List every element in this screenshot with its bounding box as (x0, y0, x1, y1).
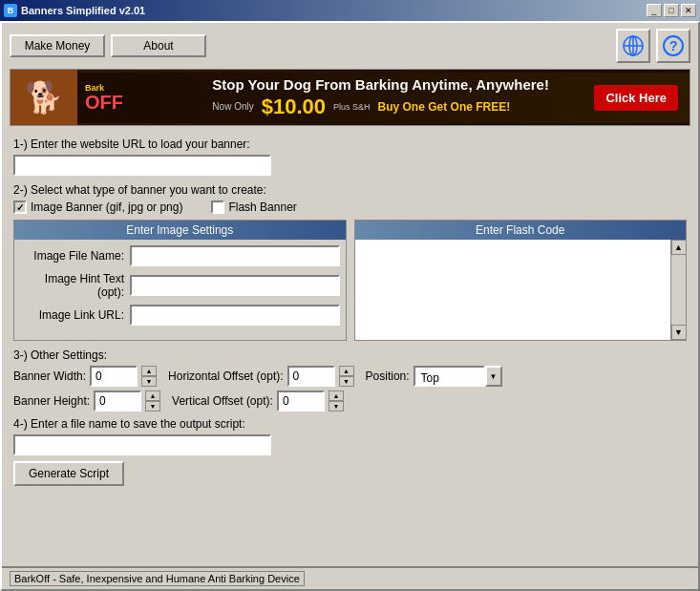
flash-banner-label: Flash Banner (228, 201, 296, 214)
flash-code-input[interactable] (355, 240, 671, 340)
banner-cta[interactable]: Click Here (594, 85, 678, 111)
image-settings-panel: Enter Image Settings Image File Name: Im… (13, 220, 347, 341)
banner-width-input[interactable] (90, 366, 138, 387)
about-button[interactable]: About (111, 34, 206, 57)
url-input[interactable] (13, 155, 271, 176)
banner-height-spinners: ▲ ▼ (145, 390, 160, 412)
v-offset-down[interactable]: ▼ (329, 401, 344, 412)
banner-width-spinners: ▲ ▼ (141, 366, 157, 387)
step1-label: 1-) Enter the website URL to load your b… (13, 137, 687, 151)
toolbar-right: ? (616, 29, 690, 63)
position-display[interactable]: Top (414, 366, 485, 387)
flash-settings-panel: Enter Flash Code ▲ ▼ (354, 220, 688, 341)
file-name-input[interactable] (130, 245, 340, 266)
scroll-up-button[interactable]: ▲ (671, 240, 687, 255)
hint-row: Image Hint Text (opt): (20, 272, 340, 299)
app-icon: B (4, 4, 17, 17)
content-area: 1-) Enter the website URL to load your b… (2, 134, 698, 566)
h-offset-up[interactable]: ▲ (339, 366, 354, 376)
image-banner-label: Image Banner (gif, jpg or png) (31, 201, 182, 214)
flash-banner-checkbox[interactable] (211, 201, 224, 214)
close-button[interactable]: ✕ (681, 4, 696, 17)
minimize-button[interactable]: _ (647, 4, 662, 17)
file-name-label: Image File Name: (20, 249, 130, 263)
link-row: Image Link URL: (20, 305, 340, 326)
banner-height-up[interactable]: ▲ (145, 390, 160, 401)
help-button[interactable]: ? (656, 29, 690, 63)
step4-label: 4-) Enter a file name to save the output… (13, 417, 687, 431)
v-offset-label: Vertical Offset (opt): (172, 394, 273, 408)
banner-ad[interactable]: 🐕 Bark OFF Stop Your Dog From Barking An… (10, 69, 690, 126)
maximize-button[interactable]: □ (664, 4, 679, 17)
h-offset-group: Horizontal Offset (opt): ▲ ▼ (168, 366, 354, 387)
banner-price-prefix: Now Only (212, 101, 253, 112)
step1-section: 1-) Enter the website URL to load your b… (13, 137, 687, 183)
window-controls: _ □ ✕ (647, 4, 696, 17)
image-banner-checkbox-label[interactable]: Image Banner (gif, jpg or png) (13, 201, 182, 214)
title-bar: B Banners Simplified v2.01 _ □ ✕ (0, 0, 700, 21)
file-name-output-input[interactable] (13, 434, 271, 455)
status-text: BarkOff - Safe, Inexpensive and Humane A… (10, 571, 305, 586)
toolbar-left: Make Money About (10, 34, 206, 57)
settings-row-1: Banner Width: ▲ ▼ Horizontal Offset (opt… (13, 366, 687, 387)
h-offset-down[interactable]: ▼ (339, 376, 354, 387)
position-label: Position: (366, 369, 410, 383)
help-icon: ? (662, 34, 685, 57)
banner-tagline: Stop Your Dog From Barking Anytime, Anyw… (212, 76, 594, 93)
position-dropdown-button[interactable]: ▼ (485, 366, 502, 387)
v-offset-spinners: ▲ ▼ (329, 390, 344, 412)
banner-price-suffix: Plus S&H (333, 102, 371, 112)
banner-deal: Buy One Get One FREE! (378, 100, 511, 114)
status-bar: BarkOff - Safe, Inexpensive and Humane A… (2, 566, 698, 589)
step3-section: 3-) Other Settings: Banner Width: ▲ ▼ Ho… (13, 348, 687, 412)
generate-script-button[interactable]: Generate Script (13, 461, 124, 486)
banner-height-input[interactable] (94, 390, 141, 412)
v-offset-group: Vertical Offset (opt): ▲ ▼ (172, 390, 344, 412)
flash-panel-body: ▲ ▼ (355, 240, 687, 340)
banner-width-down[interactable]: ▼ (141, 376, 157, 387)
hint-label: Image Hint Text (opt): (20, 272, 130, 299)
v-offset-input[interactable] (277, 390, 325, 412)
title-bar-left: B Banners Simplified v2.01 (4, 4, 145, 17)
banner-width-group: Banner Width: ▲ ▼ (13, 366, 157, 387)
position-group: Position: Top ▼ (366, 366, 502, 387)
globe-button[interactable] (616, 29, 650, 63)
banner-price: $10.00 (262, 95, 326, 119)
banner-height-down[interactable]: ▼ (145, 401, 160, 412)
settings-row-2: Banner Height: ▲ ▼ Vertical Offset (opt)… (13, 390, 687, 412)
h-offset-label: Horizontal Offset (opt): (168, 369, 284, 383)
step4-section: 4-) Enter a file name to save the output… (13, 417, 687, 486)
toolbar: Make Money About ? (2, 23, 698, 69)
link-label: Image Link URL: (20, 308, 130, 322)
file-name-row: Image File Name: (20, 245, 340, 266)
settings-panels: Enter Image Settings Image File Name: Im… (13, 220, 687, 341)
image-panel-body: Image File Name: Image Hint Text (opt): … (14, 240, 346, 337)
scroll-down-button[interactable]: ▼ (671, 325, 687, 340)
image-banner-checkbox[interactable] (13, 201, 27, 214)
h-offset-spinners: ▲ ▼ (339, 366, 354, 387)
banner-logo: 🐕 (11, 70, 77, 125)
main-window: Make Money About ? � (0, 21, 700, 591)
hint-input[interactable] (130, 275, 340, 296)
banner-width-up[interactable]: ▲ (141, 366, 157, 376)
banner-content: 🐕 Bark OFF Stop Your Dog From Barking An… (11, 70, 689, 125)
flash-banner-checkbox-label[interactable]: Flash Banner (211, 201, 296, 214)
window-title: Banners Simplified v2.01 (21, 5, 145, 16)
step3-label: 3-) Other Settings: (13, 348, 687, 362)
globe-icon (622, 34, 645, 57)
banner-height-label: Banner Height: (13, 394, 90, 408)
svg-text:?: ? (669, 38, 678, 53)
make-money-button[interactable]: Make Money (10, 34, 105, 57)
image-panel-header: Enter Image Settings (14, 221, 346, 240)
banner-type-row: Image Banner (gif, jpg or png) Flash Ban… (13, 201, 687, 214)
banner-height-group: Banner Height: ▲ ▼ (13, 390, 160, 412)
flash-panel-header: Enter Flash Code (355, 221, 687, 240)
banner-width-label: Banner Width: (13, 369, 86, 383)
link-input[interactable] (130, 305, 340, 326)
h-offset-input[interactable] (287, 366, 335, 387)
step2-section: 2-) Select what type of banner you want … (13, 183, 687, 214)
v-offset-up[interactable]: ▲ (329, 390, 344, 401)
position-select-wrapper: Top ▼ (414, 366, 502, 387)
step2-label: 2-) Select what type of banner you want … (13, 183, 687, 197)
flash-scrollbar: ▲ ▼ (670, 240, 686, 340)
